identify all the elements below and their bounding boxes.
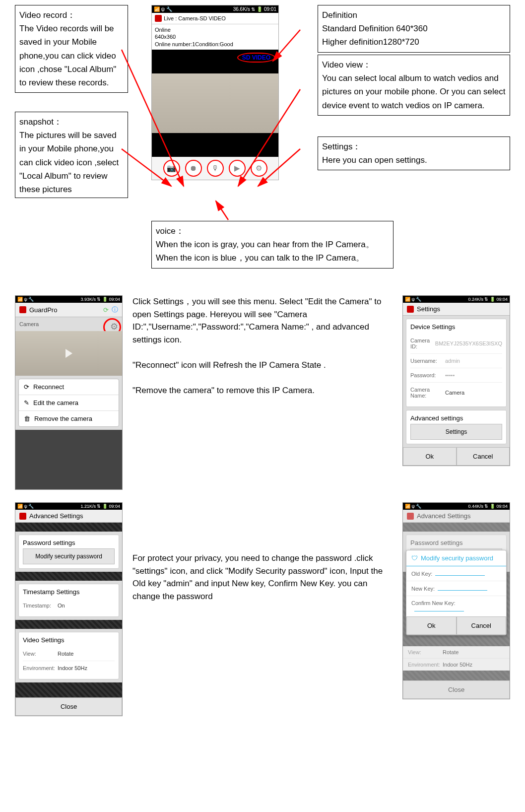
- camera-feed: [152, 73, 278, 133]
- app-logo-icon: [19, 306, 26, 313]
- value[interactable]: admin: [445, 358, 502, 364]
- cancel-button[interactable]: Cancel: [457, 616, 507, 635]
- label: View:: [408, 649, 443, 655]
- new-key-input[interactable]: [438, 585, 487, 591]
- callout-settings: Settings： Here you can open settings.: [318, 136, 510, 170]
- advanced-settings-phone: 📶 ψ 🔧1.21K/s ⇅ 🔋 09:04 Advanced Settings…: [15, 502, 123, 716]
- divider: [15, 523, 122, 532]
- status-left: 📶 ψ 🔧: [154, 6, 172, 12]
- vid-title: Video Settings: [23, 636, 115, 644]
- value[interactable]: •••••: [445, 372, 502, 378]
- pwd-title: Password settings: [410, 539, 502, 546]
- refresh-icon[interactable]: ⟳: [103, 306, 109, 314]
- ok-button[interactable]: Ok: [406, 616, 457, 635]
- status-left: 📶 ψ 🔧: [405, 297, 421, 302]
- info-icon[interactable]: ⓘ: [112, 305, 118, 314]
- live-phone: 📶 ψ 🔧 36.6K/s ⇅ 🔋 09:01 Live : Camera-SD…: [151, 5, 279, 180]
- video-bottom-black: [152, 133, 278, 157]
- confirm-key-input[interactable]: [414, 606, 464, 611]
- value[interactable]: BM2EYJ2535YX6SE3ISXQ: [435, 340, 502, 346]
- diagram-row-3: 📶 ψ 🔧1.21K/s ⇅ 🔋 09:04 Advanced Settings…: [15, 502, 510, 716]
- live-toolbar: 📷 ⏺ 🎙 ▶ ⚙: [152, 157, 278, 180]
- sd-video-label[interactable]: SD VIDEO: [237, 53, 275, 63]
- value[interactable]: Rotate: [58, 651, 73, 657]
- modify-password-button[interactable]: Modify security password: [23, 548, 115, 564]
- snapshot-icon[interactable]: 📷: [163, 160, 180, 177]
- divider: [15, 572, 122, 581]
- status-right: 3.93K/s ⇅ 🔋 09:04: [80, 297, 120, 302]
- settings-phone: 📶 ψ 🔧0.24K/s ⇅ 🔋 09:04 Settings Device S…: [402, 295, 510, 466]
- live-info: Online 640x360 Online number:1Condition:…: [152, 24, 278, 50]
- pwd-title: Password settings: [23, 539, 115, 546]
- record-icon[interactable]: ⏺: [185, 160, 202, 177]
- app-bar: Live : Camera-SD VIDEO: [152, 13, 278, 24]
- password-dialog-phone: 📶 ψ 🔧0.44K/s ⇅ 🔋 09:04 Advanced Settings…: [402, 502, 510, 699]
- callout-definition: Definition Standard Definition 640*360 H…: [318, 5, 510, 53]
- settings-button[interactable]: Settings: [410, 424, 502, 440]
- context-menu: ⟳Reconnect ✎Edit the camera 🗑Remove the …: [18, 379, 119, 427]
- status-bar: 📶 ψ 🔧 36.6K/s ⇅ 🔋 09:01: [152, 5, 278, 13]
- menu-phone: 📶 ψ 🔧3.93K/s ⇅ 🔋 09:04 GuardPro⟳ⓘ Camera…: [15, 295, 123, 490]
- mic-icon[interactable]: 🎙: [207, 160, 224, 177]
- app-logo-icon: [155, 15, 162, 22]
- callout-video-view: Video view： You can select local album t…: [318, 55, 510, 116]
- row-camera-name: Camera Name:Camera: [410, 383, 502, 403]
- label: Environment:: [408, 662, 443, 668]
- row-password: Password:•••••: [410, 368, 502, 383]
- label: Password:: [410, 372, 445, 378]
- menu-reconnect[interactable]: ⟳Reconnect: [19, 379, 119, 395]
- label: Camera Name:: [410, 387, 445, 399]
- value[interactable]: Camera: [445, 390, 502, 396]
- menu-remove[interactable]: 🗑Remove the camera: [19, 411, 119, 426]
- divider: [403, 523, 510, 532]
- status-left: 📶 ψ 🔧: [405, 504, 421, 509]
- label: Old Key:: [411, 571, 432, 577]
- status-right: 0.24K/s ⇅ 🔋 09:04: [468, 297, 508, 302]
- label: Environment:: [23, 665, 58, 671]
- shield-icon: 🛡: [411, 554, 418, 562]
- video-top-black: SD VIDEO: [152, 50, 278, 73]
- camera-header: Camera ⚙: [15, 317, 122, 331]
- old-key-input[interactable]: [435, 570, 485, 576]
- label: Confirm New Key:: [411, 600, 456, 606]
- divider: [15, 682, 122, 697]
- label: Timestamp:: [23, 603, 58, 609]
- value[interactable]: Indoor 50Hz: [58, 665, 87, 671]
- camera-thumb[interactable]: [15, 331, 122, 376]
- ok-button[interactable]: Ok: [403, 447, 457, 466]
- pencil-icon: ✎: [24, 399, 29, 406]
- callout-video-record: Video record： The Video records will be …: [15, 5, 128, 93]
- video-view-icon[interactable]: ▶: [229, 160, 246, 177]
- status-left: 📶 ψ 🔧: [17, 297, 34, 302]
- app-logo-icon: [407, 513, 414, 520]
- close-button[interactable]: Close: [15, 697, 122, 716]
- paragraph-settings-menu: Click Settings，you will see this menu. S…: [132, 295, 393, 397]
- camera-label: Camera: [19, 321, 39, 327]
- label: Camera ID:: [410, 338, 435, 349]
- cancel-button[interactable]: Cancel: [457, 447, 510, 466]
- diagram-row-2: 📶 ψ 🔧3.93K/s ⇅ 🔋 09:04 GuardPro⟳ⓘ Camera…: [15, 295, 510, 490]
- app-title: Settings: [417, 305, 440, 313]
- value[interactable]: On: [58, 603, 65, 609]
- status-right: 0.44K/s ⇅ 🔋 09:04: [468, 504, 508, 509]
- label: View:: [23, 651, 58, 657]
- trash-icon: 🗑: [24, 415, 30, 422]
- svg-line-5: [216, 201, 228, 220]
- divider: [15, 620, 122, 629]
- value: Rotate: [443, 649, 459, 655]
- menu-edit[interactable]: ✎Edit the camera: [19, 395, 119, 411]
- play-icon: [66, 349, 72, 358]
- app-logo-icon: [19, 513, 26, 520]
- ts-title: Timestamp Settings: [23, 588, 115, 596]
- dialog-title-text: Modify security password: [421, 554, 493, 562]
- menu-label: Edit the camera: [33, 399, 78, 406]
- settings-icon[interactable]: ⚙: [251, 160, 267, 177]
- menu-label: Reconnect: [33, 383, 64, 391]
- callout-voice: voice： When the icon is gray, you can he…: [151, 221, 394, 269]
- paragraph-password: For protect your privacy, you need to ch…: [132, 502, 393, 603]
- adv-title: Advanced settings: [410, 414, 502, 422]
- app-title: Advanced Settings: [417, 512, 470, 520]
- row-old-key: Old Key:: [406, 566, 506, 581]
- label: New Key:: [411, 586, 435, 592]
- row-username: Username:admin: [410, 354, 502, 368]
